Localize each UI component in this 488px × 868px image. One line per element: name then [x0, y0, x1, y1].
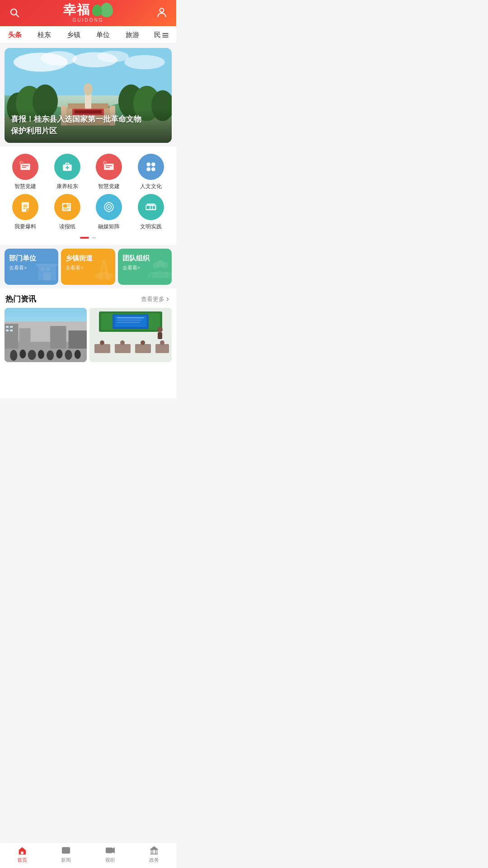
category-dept[interactable]: 部门单位 去看看>: [5, 249, 58, 285]
news-card-2[interactable]: [89, 308, 172, 362]
svg-rect-81: [19, 328, 30, 349]
svg-point-91: [38, 350, 44, 359]
category-row: 部门单位 去看看> 乡镇街道 去看看> 团队组织 去看看>: [5, 249, 172, 285]
svg-point-42: [146, 167, 150, 171]
svg-point-110: [100, 340, 104, 345]
svg-rect-100: [115, 316, 146, 327]
icon-label-media: 融媒矩阵: [98, 223, 120, 231]
icon-circle-civilization: [138, 194, 164, 220]
svg-rect-68: [36, 264, 58, 266]
icon-label-report: 我要爆料: [14, 223, 36, 231]
icon-civilization[interactable]: 文明实践: [130, 194, 172, 231]
svg-point-40: [146, 162, 150, 166]
svg-point-22: [84, 83, 93, 95]
books-icon: [144, 200, 158, 214]
news-card-1[interactable]: [5, 308, 87, 362]
profile-icon: [156, 7, 168, 19]
icon-circle-culture: [138, 154, 164, 180]
svg-point-95: [75, 350, 81, 359]
app-header: 幸福 GUIDONG: [0, 0, 176, 26]
svg-text:党: 党: [104, 161, 107, 165]
doc-icon: [18, 200, 33, 214]
pagination-dots: [5, 234, 172, 243]
people-icon: [147, 255, 172, 283]
classroom-svg: [89, 308, 172, 362]
svg-rect-106: [94, 344, 110, 353]
icon-health[interactable]: 康养桂东: [47, 154, 89, 190]
news-image-classroom: [89, 308, 172, 362]
tab-headlines[interactable]: 头条: [0, 31, 29, 39]
svg-rect-52: [63, 204, 67, 208]
tree-decoration: [92, 3, 113, 17]
icon-report[interactable]: 我要爆料: [5, 194, 47, 231]
svg-rect-105: [158, 332, 162, 339]
icon-circle-newspaper: [54, 194, 80, 220]
dot-active: [80, 237, 89, 239]
svg-point-2: [160, 8, 164, 12]
icon-newspaper[interactable]: 读报纸: [47, 194, 89, 231]
icon-circle-party2: 党: [96, 154, 122, 180]
icon-circle-health: [54, 154, 80, 180]
news-image-crowd: [5, 308, 87, 362]
svg-rect-109: [155, 344, 169, 353]
svg-rect-87: [10, 330, 13, 331]
tab-more[interactable]: 民: [147, 31, 176, 39]
svg-point-8: [41, 51, 77, 66]
svg-point-93: [56, 349, 62, 359]
icon-label-civilization: 文明实践: [140, 223, 162, 231]
icon-label-party1: 智慧党建: [14, 183, 36, 190]
tab-guidong[interactable]: 桂东: [29, 31, 59, 39]
svg-rect-69: [41, 267, 44, 271]
nav-tabs: 头条 桂东 乡镇 单位 旅游 民: [0, 26, 176, 43]
grid-icon: [144, 160, 158, 174]
icon-party-build-2[interactable]: 党 智慧党建: [88, 154, 130, 190]
svg-point-94: [65, 350, 72, 360]
svg-point-104: [157, 327, 163, 332]
tab-units[interactable]: 单位: [88, 31, 117, 39]
profile-button[interactable]: [155, 5, 169, 20]
cat-bg-icon-team: [147, 255, 172, 285]
title-sub: GUIDONG: [73, 18, 104, 23]
category-team[interactable]: 团队组织 去看看>: [118, 249, 172, 285]
svg-text:党: 党: [20, 161, 23, 165]
icon-party-build-1[interactable]: 党 智慧党建: [5, 154, 47, 190]
icon-circle-report: [12, 194, 38, 220]
crowd-svg: [5, 321, 87, 362]
svg-point-72: [95, 272, 113, 279]
cat-bg-icon-dept: [33, 255, 58, 285]
svg-point-10: [97, 51, 129, 62]
svg-point-89: [19, 349, 26, 359]
cat-bg-icon-town: [90, 255, 115, 285]
banner[interactable]: 喜报！桂东县入选国家第一批革命文物 保护利用片区: [5, 48, 172, 143]
category-town[interactable]: 乡镇街道 去看看>: [61, 249, 115, 285]
svg-point-43: [151, 167, 155, 171]
building-icon: [33, 255, 58, 283]
svg-rect-70: [46, 267, 50, 271]
svg-rect-65: [153, 206, 155, 209]
dot-inactive: [92, 237, 96, 239]
hot-news-more-btn[interactable]: 查看更多: [141, 295, 171, 303]
party-icon-1: 党: [18, 160, 33, 174]
icon-label-party2: 智慧党建: [98, 183, 120, 190]
icon-label-culture: 人文文化: [140, 183, 162, 190]
search-button[interactable]: [7, 5, 22, 20]
target-icon: [102, 200, 116, 214]
svg-point-111: [120, 340, 125, 345]
icon-circle-media: [96, 194, 122, 220]
title-main: 幸福: [63, 4, 90, 16]
icon-culture[interactable]: 人文文化: [130, 154, 172, 190]
hot-news-section: 热门资讯 查看更多: [0, 288, 176, 398]
banner-text: 喜报！桂东县入选国家第一批革命文物 保护利用片区: [11, 113, 165, 137]
svg-rect-64: [150, 206, 152, 209]
svg-rect-108: [135, 344, 151, 353]
svg-line-1: [16, 14, 19, 17]
svg-point-92: [47, 350, 54, 360]
search-icon: [9, 7, 20, 18]
app-title: 幸福 GUIDONG: [63, 3, 113, 23]
tab-tourism[interactable]: 旅游: [117, 31, 147, 39]
tab-towns[interactable]: 乡镇: [59, 31, 88, 39]
svg-point-59: [108, 206, 110, 208]
icon-media[interactable]: 融媒矩阵: [88, 194, 130, 231]
svg-point-90: [28, 350, 36, 360]
svg-rect-83: [69, 330, 87, 349]
